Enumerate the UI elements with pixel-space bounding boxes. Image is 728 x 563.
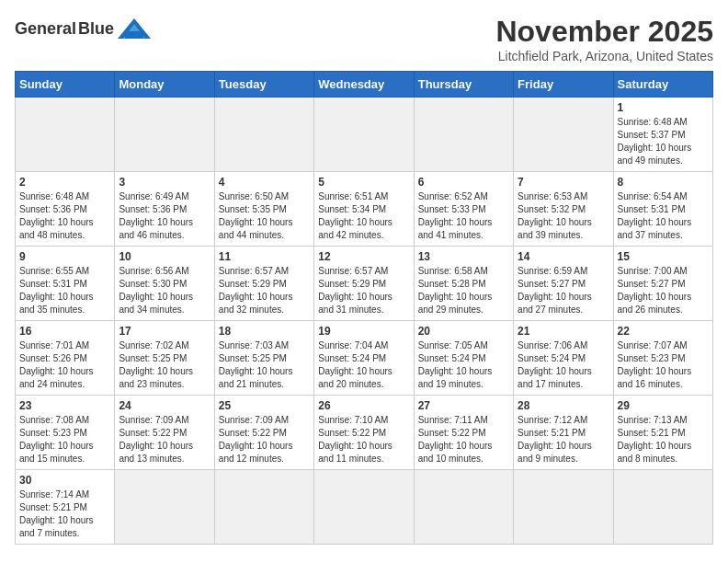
- day-info: Sunrise: 6:51 AMSunset: 5:34 PMDaylight:…: [318, 190, 409, 242]
- day-info: Sunrise: 6:59 AMSunset: 5:27 PMDaylight:…: [518, 265, 609, 316]
- day-of-week-header: Monday: [115, 72, 214, 98]
- calendar-cell: [214, 98, 313, 172]
- day-info: Sunrise: 7:00 AMSunset: 5:27 PMDaylight:…: [618, 265, 709, 316]
- day-number: 12: [318, 250, 409, 263]
- day-number: 26: [318, 399, 409, 412]
- day-info: Sunrise: 7:07 AMSunset: 5:23 PMDaylight:…: [618, 339, 709, 391]
- calendar-week-row: 30Sunrise: 7:14 AMSunset: 5:21 PMDayligh…: [16, 470, 713, 545]
- calendar-cell: [214, 470, 313, 545]
- calendar-cell: 13Sunrise: 6:58 AMSunset: 5:28 PMDayligh…: [414, 247, 513, 321]
- day-number: 6: [418, 176, 509, 189]
- day-info: Sunrise: 7:11 AMSunset: 5:22 PMDaylight:…: [418, 414, 509, 465]
- day-number: 23: [19, 399, 110, 412]
- day-info: Sunrise: 6:54 AMSunset: 5:31 PMDaylight:…: [618, 190, 709, 242]
- calendar-cell: [115, 98, 214, 172]
- day-info: Sunrise: 7:10 AMSunset: 5:22 PMDaylight:…: [318, 414, 409, 465]
- day-info: Sunrise: 6:48 AMSunset: 5:36 PMDaylight:…: [19, 190, 110, 242]
- day-number: 28: [518, 399, 609, 412]
- day-number: 7: [518, 176, 609, 189]
- day-number: 27: [418, 399, 509, 412]
- day-number: 20: [418, 325, 509, 338]
- day-info: Sunrise: 7:08 AMSunset: 5:23 PMDaylight:…: [19, 414, 110, 465]
- calendar-cell: 2Sunrise: 6:48 AMSunset: 5:36 PMDaylight…: [16, 172, 115, 247]
- calendar-cell: 18Sunrise: 7:03 AMSunset: 5:25 PMDayligh…: [214, 321, 313, 396]
- calendar-cell: [414, 98, 513, 172]
- day-info: Sunrise: 7:12 AMSunset: 5:21 PMDaylight:…: [518, 414, 609, 465]
- day-number: 25: [219, 399, 310, 412]
- day-number: 1: [618, 101, 709, 114]
- day-number: 22: [618, 325, 709, 338]
- logo-blue-text: Blue: [78, 20, 114, 37]
- logo-general-text: General: [15, 20, 76, 37]
- day-info: Sunrise: 6:58 AMSunset: 5:28 PMDaylight:…: [418, 265, 509, 316]
- calendar-cell: [514, 98, 613, 172]
- day-number: 5: [318, 176, 409, 189]
- logo: General Blue: [15, 15, 151, 39]
- day-number: 17: [119, 325, 210, 338]
- calendar-week-row: 2Sunrise: 6:48 AMSunset: 5:36 PMDaylight…: [16, 172, 713, 247]
- day-number: 14: [518, 250, 609, 263]
- calendar-cell: 5Sunrise: 6:51 AMSunset: 5:34 PMDaylight…: [314, 172, 414, 247]
- day-info: Sunrise: 7:04 AMSunset: 5:24 PMDaylight:…: [318, 339, 409, 391]
- calendar-header-row: SundayMondayTuesdayWednesdayThursdayFrid…: [16, 72, 713, 98]
- day-info: Sunrise: 7:03 AMSunset: 5:25 PMDaylight:…: [219, 339, 310, 391]
- calendar-cell: [314, 470, 414, 545]
- calendar-cell: 8Sunrise: 6:54 AMSunset: 5:31 PMDaylight…: [613, 172, 712, 247]
- calendar-cell: [514, 470, 613, 545]
- calendar-cell: 19Sunrise: 7:04 AMSunset: 5:24 PMDayligh…: [314, 321, 414, 396]
- calendar-cell: [314, 98, 414, 172]
- day-info: Sunrise: 7:13 AMSunset: 5:21 PMDaylight:…: [618, 414, 709, 465]
- day-of-week-header: Thursday: [414, 72, 513, 98]
- day-number: 2: [19, 176, 110, 189]
- calendar-cell: 21Sunrise: 7:06 AMSunset: 5:24 PMDayligh…: [514, 321, 613, 396]
- calendar-cell: [115, 470, 214, 545]
- logo-icon: [118, 18, 151, 39]
- day-info: Sunrise: 6:53 AMSunset: 5:32 PMDaylight:…: [518, 190, 609, 242]
- calendar: SundayMondayTuesdayWednesdayThursdayFrid…: [15, 71, 713, 545]
- day-info: Sunrise: 6:56 AMSunset: 5:30 PMDaylight:…: [119, 265, 210, 316]
- calendar-cell: 9Sunrise: 6:55 AMSunset: 5:31 PMDaylight…: [16, 247, 115, 321]
- day-number: 13: [418, 250, 509, 263]
- location-title: Litchfield Park, Arizona, United States: [495, 49, 713, 63]
- day-number: 4: [219, 176, 310, 189]
- calendar-cell: 24Sunrise: 7:09 AMSunset: 5:22 PMDayligh…: [115, 396, 214, 470]
- calendar-week-row: 9Sunrise: 6:55 AMSunset: 5:31 PMDaylight…: [16, 247, 713, 321]
- header: General Blue November 2025 Litchfield Pa…: [15, 15, 713, 63]
- calendar-cell: 22Sunrise: 7:07 AMSunset: 5:23 PMDayligh…: [613, 321, 712, 396]
- calendar-cell: 14Sunrise: 6:59 AMSunset: 5:27 PMDayligh…: [514, 247, 613, 321]
- calendar-cell: 1Sunrise: 6:48 AMSunset: 5:37 PMDaylight…: [613, 98, 712, 172]
- day-info: Sunrise: 6:49 AMSunset: 5:36 PMDaylight:…: [119, 190, 210, 242]
- calendar-cell: 27Sunrise: 7:11 AMSunset: 5:22 PMDayligh…: [414, 396, 513, 470]
- day-info: Sunrise: 7:06 AMSunset: 5:24 PMDaylight:…: [518, 339, 609, 391]
- day-of-week-header: Tuesday: [214, 72, 313, 98]
- month-title: November 2025: [495, 15, 713, 49]
- calendar-cell: 26Sunrise: 7:10 AMSunset: 5:22 PMDayligh…: [314, 396, 414, 470]
- calendar-cell: 25Sunrise: 7:09 AMSunset: 5:22 PMDayligh…: [214, 396, 313, 470]
- day-number: 8: [618, 176, 709, 189]
- day-info: Sunrise: 6:50 AMSunset: 5:35 PMDaylight:…: [219, 190, 310, 242]
- day-info: Sunrise: 7:09 AMSunset: 5:22 PMDaylight:…: [219, 414, 310, 465]
- day-number: 24: [119, 399, 210, 412]
- calendar-cell: 28Sunrise: 7:12 AMSunset: 5:21 PMDayligh…: [514, 396, 613, 470]
- day-info: Sunrise: 7:09 AMSunset: 5:22 PMDaylight:…: [119, 414, 210, 465]
- calendar-cell: 30Sunrise: 7:14 AMSunset: 5:21 PMDayligh…: [16, 470, 115, 545]
- day-of-week-header: Wednesday: [314, 72, 414, 98]
- calendar-cell: [414, 470, 513, 545]
- day-info: Sunrise: 7:02 AMSunset: 5:25 PMDaylight:…: [119, 339, 210, 391]
- calendar-cell: 29Sunrise: 7:13 AMSunset: 5:21 PMDayligh…: [613, 396, 712, 470]
- day-of-week-header: Friday: [514, 72, 613, 98]
- day-info: Sunrise: 6:52 AMSunset: 5:33 PMDaylight:…: [418, 190, 509, 242]
- day-number: 30: [19, 474, 110, 487]
- calendar-cell: 7Sunrise: 6:53 AMSunset: 5:32 PMDaylight…: [514, 172, 613, 247]
- calendar-cell: 4Sunrise: 6:50 AMSunset: 5:35 PMDaylight…: [214, 172, 313, 247]
- day-number: 18: [219, 325, 310, 338]
- calendar-cell: 3Sunrise: 6:49 AMSunset: 5:36 PMDaylight…: [115, 172, 214, 247]
- day-number: 19: [318, 325, 409, 338]
- day-info: Sunrise: 6:55 AMSunset: 5:31 PMDaylight:…: [19, 265, 110, 316]
- title-area: November 2025 Litchfield Park, Arizona, …: [495, 15, 713, 63]
- day-info: Sunrise: 6:57 AMSunset: 5:29 PMDaylight:…: [219, 265, 310, 316]
- calendar-cell: [16, 98, 115, 172]
- calendar-cell: 17Sunrise: 7:02 AMSunset: 5:25 PMDayligh…: [115, 321, 214, 396]
- calendar-week-row: 1Sunrise: 6:48 AMSunset: 5:37 PMDaylight…: [16, 98, 713, 172]
- calendar-cell: 10Sunrise: 6:56 AMSunset: 5:30 PMDayligh…: [115, 247, 214, 321]
